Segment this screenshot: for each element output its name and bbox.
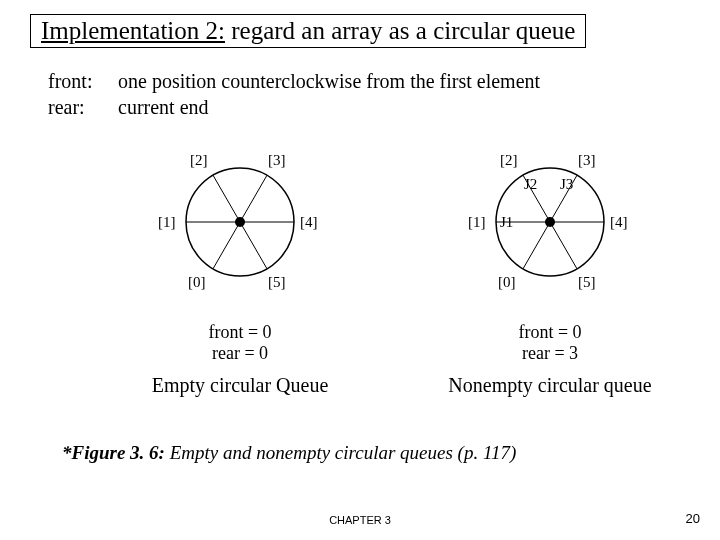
idx-label: [4] xyxy=(300,214,318,231)
idx-label: [1] xyxy=(158,214,176,231)
idx-label: [5] xyxy=(578,274,596,291)
front-state: front = 0 xyxy=(90,322,390,343)
figure-caption: *Figure 3. 6: Empty and nonempty circula… xyxy=(62,442,516,464)
svg-line-4 xyxy=(240,175,267,222)
title-underlined: Implementation 2: xyxy=(41,17,225,44)
empty-caption: Empty circular Queue xyxy=(90,374,390,397)
empty-queue-diagram: [0] [1] [2] [3] [4] [5] front = 0 rear =… xyxy=(90,140,390,397)
data-label: J1 xyxy=(500,214,513,231)
svg-line-14 xyxy=(550,222,577,269)
rear-state: rear = 3 xyxy=(400,343,700,364)
title-box: Implementation 2: regard an array as a c… xyxy=(30,14,586,48)
rear-text: current end xyxy=(118,94,209,120)
idx-label: [5] xyxy=(268,274,286,291)
idx-label: [1] xyxy=(468,214,486,231)
slide: Implementation 2: regard an array as a c… xyxy=(0,0,720,540)
svg-line-7 xyxy=(213,222,240,269)
figure-lead: *Figure 3. 6: xyxy=(62,442,165,463)
nonempty-queue-diagram: [0] [1] [2] [3] [4] [5] J1 J2 J3 front =… xyxy=(400,140,700,397)
title-rest: regard an array as a circular queue xyxy=(225,17,575,44)
idx-label: [3] xyxy=(268,152,286,169)
rear-state: rear = 0 xyxy=(90,343,390,364)
front-label: front: xyxy=(48,68,118,94)
svg-line-6 xyxy=(240,222,267,269)
nonempty-caption: Nonempty circular queue xyxy=(400,374,700,397)
definitions: front: one position counterclockwise fro… xyxy=(48,68,540,120)
idx-label: [2] xyxy=(190,152,208,169)
wheel-icon xyxy=(90,140,390,300)
svg-line-5 xyxy=(213,175,240,222)
data-label: J3 xyxy=(560,176,573,193)
rear-label: rear: xyxy=(48,94,118,120)
wheel-icon xyxy=(400,140,700,300)
front-state: front = 0 xyxy=(400,322,700,343)
chapter-footer: CHAPTER 3 xyxy=(0,514,720,526)
idx-label: [3] xyxy=(578,152,596,169)
idx-label: [4] xyxy=(610,214,628,231)
data-label: J2 xyxy=(524,176,537,193)
front-text: one position counterclockwise from the f… xyxy=(118,68,540,94)
svg-line-15 xyxy=(523,222,550,269)
idx-label: [2] xyxy=(500,152,518,169)
page-number: 20 xyxy=(686,511,700,526)
idx-label: [0] xyxy=(498,274,516,291)
idx-label: [0] xyxy=(188,274,206,291)
figure-rest: Empty and nonempty circular queues (p. 1… xyxy=(165,442,516,463)
